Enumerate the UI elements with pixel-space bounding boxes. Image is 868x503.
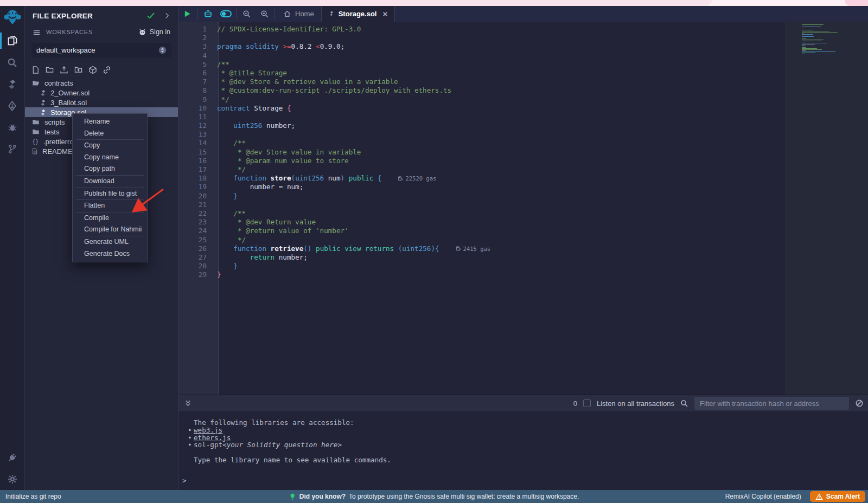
tree-item-contracts[interactable]: contracts xyxy=(25,78,178,88)
code-line[interactable]: 4 xyxy=(178,51,785,60)
code-line[interactable]: 12 uint256 number; xyxy=(178,121,785,130)
line-number: 10 xyxy=(178,104,207,113)
menu-item-copy-path[interactable]: Copy path xyxy=(73,163,147,175)
code-editor[interactable]: 1// SPDX-License-Identifier: GPL-3.023pr… xyxy=(178,22,868,395)
tree-item-3-ballot-sol[interactable]: 3_Ballot.sol xyxy=(25,98,178,107)
scam-alert-button[interactable]: Scam Alert xyxy=(810,491,865,502)
terminal-library-link[interactable]: ethers.js xyxy=(194,434,231,442)
minimap-line xyxy=(802,55,802,55)
git-init-button[interactable]: Initialize as git repo xyxy=(5,493,61,500)
menu-item-compile-for-nahmii[interactable]: Compile for Nahmii xyxy=(73,224,147,236)
zoom-in-icon[interactable] xyxy=(256,6,273,22)
upload-folder-icon[interactable] xyxy=(74,66,83,74)
sign-in-button[interactable]: Sign in xyxy=(138,28,170,36)
code-line[interactable]: 28 } xyxy=(178,262,785,270)
code-line[interactable]: 5/** xyxy=(178,60,785,69)
code-text: /** xyxy=(217,60,229,69)
zoom-out-icon[interactable] xyxy=(238,6,256,22)
upload-file-icon[interactable] xyxy=(60,66,68,74)
code-line[interactable]: 26 function retrieve() public view retur… xyxy=(178,244,785,253)
activity-solidity-compiler[interactable] xyxy=(0,73,25,95)
code-line[interactable]: 15 * @dev Store value in variable xyxy=(178,148,785,157)
activity-remix-logo[interactable] xyxy=(4,8,21,25)
workspace-spinner-icon[interactable] xyxy=(158,46,167,54)
code-line[interactable]: 7 * @dev Store & retrieve value in a var… xyxy=(178,78,785,86)
close-tab-icon[interactable]: × xyxy=(382,9,387,18)
menu-item-generate-uml[interactable]: Generate UML xyxy=(73,236,147,248)
terminal-library-hint: <your Solidity question here> xyxy=(222,441,342,449)
code-line[interactable]: 18 function store(uint256 num) public {2… xyxy=(178,174,785,183)
code-line[interactable]: 8 * @custom:dev-run-script ./scripts/dep… xyxy=(178,86,785,95)
copilot-toggle[interactable] xyxy=(217,6,235,22)
activity-settings[interactable] xyxy=(0,468,25,490)
code-line[interactable]: 14 /** xyxy=(178,139,785,147)
menu-item-download[interactable]: Download xyxy=(73,176,147,188)
code-line[interactable]: 16 * @param num value to store xyxy=(178,157,785,165)
code-line[interactable]: 29} xyxy=(178,270,785,279)
minimap-zone[interactable] xyxy=(785,22,868,395)
new-folder-icon[interactable] xyxy=(45,66,54,74)
code-line[interactable]: 6 * @title Storage xyxy=(178,69,785,78)
code-line[interactable]: 21 xyxy=(178,201,785,209)
workspace-selector[interactable]: default_workspace xyxy=(31,43,171,57)
code-text: contract Storage { xyxy=(217,104,291,113)
chevron-right-icon[interactable] xyxy=(164,12,170,19)
code-line[interactable]: 20 } xyxy=(178,192,785,201)
code-line[interactable]: 24 * @return value of 'number' xyxy=(178,227,785,235)
copilot-status[interactable]: RemixAI Copilot (enabled) xyxy=(725,493,801,500)
activity-plugin-manager[interactable] xyxy=(0,447,25,468)
activity-deploy-run[interactable] xyxy=(0,95,25,117)
line-number: 21 xyxy=(178,201,207,209)
browser-strip-pill xyxy=(0,0,712,6)
minimap-line xyxy=(802,32,838,33)
run-script-button[interactable] xyxy=(178,6,196,22)
code-line[interactable]: 2 xyxy=(178,34,785,42)
menu-item-rename[interactable]: Rename xyxy=(73,116,147,128)
activity-search[interactable] xyxy=(0,51,25,73)
code-line[interactable]: 22 /** xyxy=(178,209,785,218)
code-line[interactable]: 10contract Storage { xyxy=(178,104,785,113)
line-number: 14 xyxy=(178,139,207,147)
menu-item-flatten[interactable]: Flatten xyxy=(73,200,147,212)
code-line[interactable]: 17 */ xyxy=(178,165,785,174)
menu-item-copy-name[interactable]: Copy name xyxy=(73,152,147,164)
remix-ai-robot-icon[interactable] xyxy=(199,6,217,22)
activity-git[interactable] xyxy=(0,138,25,160)
menu-item-copy[interactable]: Copy xyxy=(73,140,147,152)
terminal-library-link[interactable]: web3.js xyxy=(194,427,222,434)
code-line[interactable]: 27 return number; xyxy=(178,253,785,262)
hamburger-icon[interactable] xyxy=(33,28,41,36)
file-icon xyxy=(31,147,38,155)
activity-debugger[interactable] xyxy=(0,117,25,138)
code-line[interactable]: 25 */ xyxy=(178,236,785,244)
transaction-filter-input[interactable] xyxy=(694,397,849,410)
menu-item-compile[interactable]: Compile xyxy=(73,212,147,224)
code-line[interactable]: 19 number = num; xyxy=(178,183,785,191)
code-line[interactable]: 3pragma solidity >=0.8.2 <0.9.0; xyxy=(178,42,785,51)
code-line[interactable]: 13 xyxy=(178,130,785,139)
activity-file-explorer[interactable] xyxy=(0,30,25,51)
terminal-output[interactable]: The following libraries are accessible: … xyxy=(178,411,868,490)
clear-console-icon[interactable] xyxy=(855,399,864,408)
code-line[interactable]: 1// SPDX-License-Identifier: GPL-3.0 xyxy=(178,25,785,34)
search-icon[interactable] xyxy=(680,399,688,408)
menu-item-delete[interactable]: Delete xyxy=(73,128,147,140)
code-text: uint256 number; xyxy=(217,121,295,130)
line-number: 24 xyxy=(178,227,207,235)
listen-all-transactions-checkbox[interactable] xyxy=(583,399,591,407)
tab-storage-sol[interactable]: Storage.sol × xyxy=(321,6,395,22)
terminal-prompt[interactable]: > xyxy=(182,477,187,485)
expand-terminal-icon[interactable] xyxy=(184,399,192,408)
tree-item-2-owner-sol[interactable]: 2_Owner.sol xyxy=(25,88,178,98)
tab-home[interactable]: Home xyxy=(276,6,321,22)
code-line[interactable]: 11 xyxy=(178,113,785,121)
new-file-icon[interactable] xyxy=(31,66,40,74)
menu-item-generate-docs[interactable]: Generate Docs xyxy=(73,248,147,260)
code-line[interactable]: 9 */ xyxy=(178,95,785,104)
code-line[interactable]: 23 * @dev Return value xyxy=(178,218,785,227)
link-icon[interactable] xyxy=(103,66,111,74)
cube-icon[interactable] xyxy=(88,66,97,74)
menu-item-publish-file-to-gist[interactable]: Publish file to gist xyxy=(73,188,147,200)
line-number: 9 xyxy=(178,95,207,104)
code-text: /** xyxy=(217,139,246,147)
